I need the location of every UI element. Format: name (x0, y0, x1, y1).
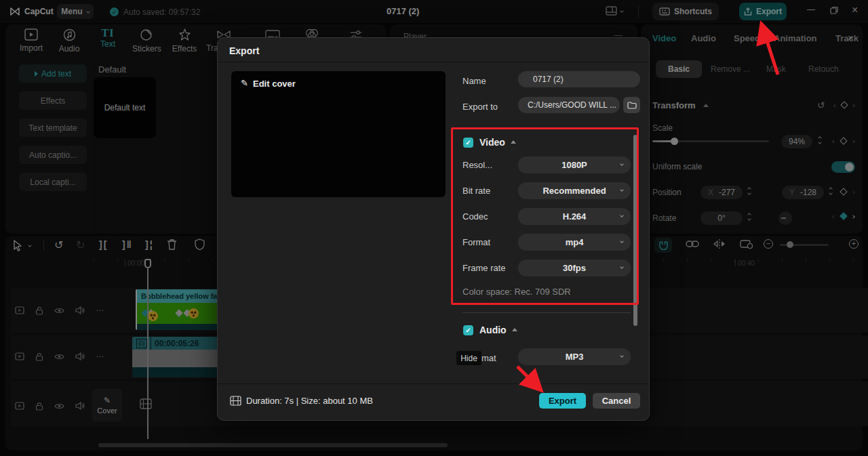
chevron-down-icon (620, 162, 624, 166)
edit-cover-label[interactable]: Edit cover (253, 79, 296, 89)
dialog-export-button[interactable]: Export (539, 393, 586, 409)
format-dropdown[interactable]: mp4 (518, 234, 631, 251)
edit-pencil-icon: ✎ (241, 78, 248, 88)
name-value: 0717 (2) (533, 75, 564, 84)
audio-format-dropdown[interactable]: MP3 (518, 348, 631, 365)
cover-preview[interactable]: ✎ Edit cover (231, 71, 446, 197)
dialog-title-divider (218, 62, 649, 62)
resolution-dropdown[interactable]: 1080P (518, 157, 631, 173)
framerate-value: 30fps (563, 263, 586, 273)
hide-tooltip: Hide (456, 351, 481, 365)
name-input[interactable]: 0717 (2) (518, 71, 640, 87)
bitrate-value: Recommended (542, 186, 606, 196)
video-checkbox[interactable]: ✓ (463, 138, 473, 148)
resolution-label: Resol... (462, 160, 492, 170)
codec-value: H.264 (563, 211, 587, 222)
name-label: Name (462, 76, 486, 86)
dialog-cancel-button-label: Cancel (602, 396, 631, 406)
dialog-title: Export (229, 45, 259, 56)
browse-folder-button[interactable] (623, 97, 640, 113)
format-label: Format (462, 237, 490, 247)
bitrate-label: Bit rate (462, 186, 490, 196)
bitrate-dropdown[interactable]: Recommended (518, 182, 631, 199)
export-dialog: Export ✎ Edit cover Name 0717 (2) Export… (217, 37, 650, 421)
footer-divider (218, 384, 649, 384)
export-summary: Duration: 7s | Size: about 10 MB (246, 396, 373, 406)
video-section-label: Video (479, 137, 505, 148)
chevron-down-icon (620, 354, 624, 358)
audio-checkbox[interactable]: ✓ (463, 325, 473, 335)
hide-tooltip-label: Hide (460, 354, 477, 363)
chevron-down-icon (620, 213, 624, 217)
film-summary-icon (230, 396, 241, 406)
chevron-down-icon (620, 265, 624, 269)
audio-format-label-remainder: mat (481, 353, 496, 363)
dialog-export-button-label: Export (549, 396, 576, 406)
chevron-down-icon (620, 239, 624, 243)
video-collapse-icon[interactable] (511, 140, 516, 144)
framerate-label: Frame rate (462, 263, 506, 273)
audio-collapse-icon[interactable] (512, 328, 517, 331)
codec-dropdown[interactable]: H.264 (518, 208, 631, 225)
format-value: mp4 (566, 237, 584, 247)
export-path-value: C:/Users/GOOD WILL ... (528, 100, 616, 110)
export-to-label: Export to (462, 102, 498, 112)
audio-format-value: MP3 (566, 352, 584, 362)
color-space-note: Color space: Rec. 709 SDR (462, 287, 571, 297)
dialog-scrollbar[interactable] (633, 135, 637, 326)
section-divider (462, 312, 631, 313)
codec-label: Codec (462, 211, 488, 222)
capcut-window: CapCut Menu ✓ Auto saved: 09:57:32 0717 … (0, 0, 868, 456)
framerate-dropdown[interactable]: 30fps (518, 260, 631, 276)
chevron-down-icon (620, 188, 624, 192)
dialog-cancel-button[interactable]: Cancel (593, 393, 640, 409)
audio-section-label: Audio (479, 325, 507, 335)
resolution-value: 1080P (561, 160, 587, 170)
folder-icon (627, 102, 637, 109)
export-path-input[interactable]: C:/Users/GOOD WILL ... (518, 97, 620, 113)
